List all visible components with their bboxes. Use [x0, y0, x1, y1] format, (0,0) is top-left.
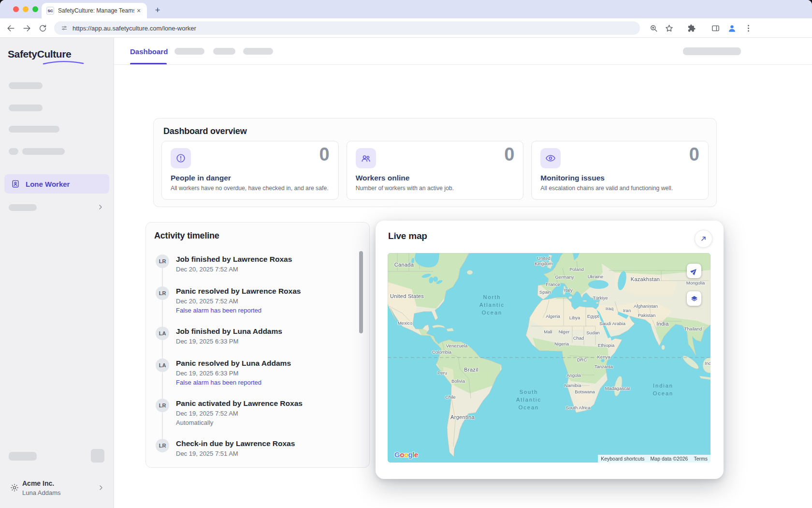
address-bar[interactable]: https://app.au.safetyculture.com/lone-wo… — [54, 21, 640, 35]
window-zoom-button[interactable] — [32, 6, 38, 12]
stat-card-people-in-danger[interactable]: 0 People in danger All workers have no o… — [161, 141, 339, 200]
sidebar-skeleton-item — [9, 452, 37, 461]
timeline-item-note: Automatically — [176, 418, 303, 427]
false-alarm-link[interactable]: False alarm has been reported — [176, 378, 291, 387]
stat-title: People in danger — [171, 174, 330, 182]
nav-skeleton-tab — [213, 48, 235, 55]
org-switcher-chevron[interactable] — [95, 482, 107, 493]
my-location-button[interactable] — [687, 264, 701, 278]
avatar: LA — [156, 359, 169, 372]
sidebar-skeleton-item — [9, 82, 43, 89]
browser-tab[interactable]: SC SafetyCulture: Manage Teams and... × — [42, 3, 147, 18]
timeline-item-time: Dec 19, 2025 6:33 PM — [176, 336, 282, 346]
timeline-item: LR Panic activated by Lawrence Roxas Dec… — [156, 399, 355, 427]
activity-timeline-card: Activity timeline LR Job finished by Law… — [145, 222, 370, 468]
stat-card-monitoring-issues[interactable]: 0 Monitoring issues All escalation chain… — [531, 141, 709, 200]
navigation-arrow-icon — [690, 267, 698, 275]
new-tab-button[interactable]: + — [151, 3, 164, 17]
org-user-name: Luna Addams — [22, 489, 61, 496]
avatar: LR — [156, 399, 169, 412]
url-text[interactable]: https://app.au.safetyculture.com/lone-wo… — [72, 25, 196, 32]
nav-skeleton-action — [683, 47, 741, 55]
timeline-item-title: Panic resolved by Luna Addams — [176, 359, 291, 368]
avatar: LR — [156, 254, 169, 268]
logo-text-culture: Culture — [37, 48, 72, 60]
settings-gear-icon[interactable] — [10, 483, 19, 493]
timeline-title: Activity timeline — [154, 231, 219, 241]
org-switcher[interactable]: Acme Inc. Luna Addams — [0, 477, 114, 499]
active-tab-underline — [130, 63, 167, 64]
false-alarm-link[interactable]: False alarm has been reported — [176, 306, 301, 314]
forward-button[interactable] — [19, 20, 34, 36]
avatar: LR — [156, 286, 169, 300]
bookmark-button[interactable] — [661, 20, 677, 36]
profile-avatar-icon — [727, 24, 737, 33]
stat-title: Monitoring issues — [540, 174, 699, 182]
side-panel-button[interactable] — [708, 20, 723, 36]
lone-worker-badge-icon — [11, 179, 20, 189]
back-icon — [6, 24, 15, 33]
map-layers-button[interactable] — [687, 291, 701, 306]
tab-dashboard[interactable]: Dashboard — [130, 38, 168, 65]
avatar: LA — [156, 327, 169, 340]
reload-button[interactable] — [35, 20, 50, 36]
zoom-button[interactable] — [646, 20, 661, 36]
stat-card-workers-online[interactable]: 0 Workers online Number of workers with … — [347, 141, 524, 200]
stat-description: Number of workers with an active job. — [356, 185, 515, 192]
chevron-right-icon — [97, 484, 105, 492]
sidebar-item-lone-worker[interactable]: Lone Worker — [4, 174, 109, 194]
terms-link[interactable]: Terms — [691, 455, 710, 463]
timeline-item-title: Job finished by Lawrence Roxas — [176, 254, 292, 264]
org-company-name: Acme Inc. — [22, 479, 54, 487]
back-button[interactable] — [3, 20, 18, 36]
stat-title: Workers online — [356, 174, 515, 182]
browser-window: SC SafetyCulture: Manage Teams and... × … — [0, 0, 812, 508]
alert-icon-tile — [171, 148, 191, 168]
stat-description: All workers have no overdue, have checke… — [171, 185, 330, 192]
google-logo[interactable]: Google — [394, 450, 418, 459]
kebab-menu-icon — [744, 24, 753, 33]
tab-strip: SC SafetyCulture: Manage Teams and... × … — [0, 0, 812, 18]
world-map-canvas[interactable]: Canada United States Mexico Venezuela Co… — [388, 253, 710, 463]
avatar: LR — [156, 439, 169, 452]
google-letter: g — [408, 450, 413, 459]
safetyculture-logo: SafetyCulture — [8, 48, 71, 60]
star-icon — [665, 24, 674, 33]
window-close-button[interactable] — [13, 6, 19, 12]
live-map-title: Live map — [388, 231, 427, 241]
timeline-item: LR Job finished by Lawrence Roxas Dec 20… — [156, 254, 355, 274]
world-map-graphic — [388, 253, 710, 463]
timeline-scrollbar-thumb[interactable] — [359, 251, 363, 333]
sidebar-skeleton-item — [9, 126, 59, 133]
timeline-item: LR Panic resolved by Lawrence Roxas Dec … — [156, 286, 355, 314]
stat-description: All escalation chains are valid and func… — [540, 185, 699, 192]
google-letter: e — [414, 450, 418, 459]
timeline-item-title: Job finished by Luna Addams — [176, 327, 282, 336]
nav-skeleton-tab — [174, 48, 204, 55]
timeline-list: LR Job finished by Lawrence Roxas Dec 20… — [156, 254, 355, 468]
map-attribution: Keyboard shortcuts Map data ©2026 Terms — [598, 455, 710, 463]
arrow-up-right-icon — [699, 235, 708, 243]
stat-value: 0 — [319, 144, 330, 165]
expand-map-button[interactable] — [695, 230, 712, 248]
google-letter: o — [400, 450, 404, 459]
stats-row: 0 People in danger All workers have no o… — [161, 141, 709, 200]
sidebar-skeleton-icon — [91, 449, 104, 463]
sidebar-expand-row[interactable] — [95, 201, 106, 213]
overview-title: Dashboard overview — [163, 126, 246, 136]
dashboard-overview-card: Dashboard overview 0 People in danger Al… — [153, 118, 717, 207]
sidebar-skeleton-item — [9, 204, 37, 211]
site-settings-icon[interactable] — [61, 25, 68, 31]
profile-button[interactable] — [724, 20, 740, 36]
window-minimize-button[interactable] — [23, 6, 29, 12]
stat-value: 0 — [689, 144, 699, 165]
keyboard-shortcuts-button[interactable]: Keyboard shortcuts — [598, 455, 647, 463]
browser-menu-button[interactable] — [740, 20, 756, 36]
extensions-button[interactable] — [683, 20, 699, 36]
timeline-item-title: Check-in due by Lawrence Roxas — [176, 439, 295, 448]
zoom-icon — [649, 24, 658, 33]
tab-close-icon[interactable]: × — [134, 6, 143, 15]
timeline-item-title: Panic activated by Lawrence Roxas — [176, 399, 303, 408]
timeline-item-title: Panic resolved by Lawrence Roxas — [176, 286, 301, 296]
reload-icon — [38, 24, 47, 33]
